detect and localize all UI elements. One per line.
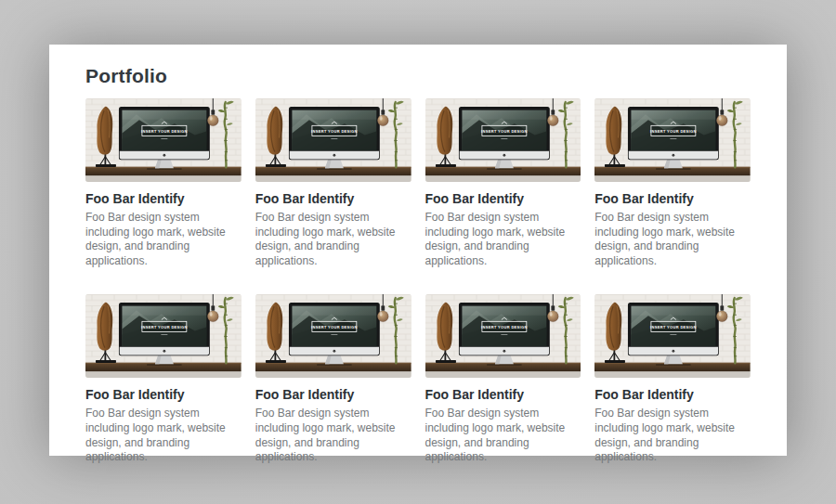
portfolio-item[interactable]: Foo Bar Identify Foo Bar design system i…: [255, 294, 411, 464]
imac-mockup-image[interactable]: [255, 98, 411, 182]
imac-mockup-image[interactable]: [594, 98, 751, 182]
portfolio-item-description: Foo Bar design system including logo mar…: [255, 211, 411, 268]
imac-mockup-image[interactable]: [594, 294, 751, 378]
portfolio-item-title: Foo Bar Identify: [425, 190, 581, 207]
portfolio-item[interactable]: Foo Bar Identify Foo Bar design system i…: [425, 98, 581, 268]
imac-mockup-image[interactable]: [85, 98, 242, 182]
portfolio-item[interactable]: Foo Bar Identify Foo Bar design system i…: [85, 98, 242, 268]
portfolio-item[interactable]: Foo Bar Identify Foo Bar design system i…: [594, 98, 751, 268]
portfolio-item[interactable]: Foo Bar Identify Foo Bar design system i…: [594, 294, 751, 464]
portfolio-item-title: Foo Bar Identify: [255, 386, 411, 403]
portfolio-item-description: Foo Bar design system including logo mar…: [255, 407, 411, 464]
portfolio-item-title: Foo Bar Identify: [85, 190, 242, 207]
portfolio-item-title: Foo Bar Identify: [255, 190, 411, 207]
portfolio-item-description: Foo Bar design system including logo mar…: [85, 211, 242, 268]
content-card: Portfolio Foo Bar Identify Foo Bar desig…: [49, 45, 787, 456]
portfolio-item-description: Foo Bar design system including logo mar…: [594, 211, 751, 268]
portfolio-grid: Foo Bar Identify Foo Bar design system i…: [85, 98, 751, 465]
imac-mockup-image[interactable]: [425, 294, 581, 378]
portfolio-item-title: Foo Bar Identify: [594, 190, 751, 207]
portfolio-item-description: Foo Bar design system including logo mar…: [85, 407, 242, 464]
imac-mockup-image[interactable]: [85, 294, 242, 378]
portfolio-item[interactable]: Foo Bar Identify Foo Bar design system i…: [85, 294, 242, 464]
portfolio-item-description: Foo Bar design system including logo mar…: [594, 407, 751, 464]
portfolio-item-title: Foo Bar Identify: [594, 386, 751, 403]
portfolio-item[interactable]: Foo Bar Identify Foo Bar design system i…: [255, 98, 411, 268]
imac-mockup-image[interactable]: [255, 294, 411, 378]
portfolio-item-title: Foo Bar Identify: [425, 386, 581, 403]
page-title: Portfolio: [85, 65, 751, 87]
page-background: { "page": { "title": "Portfolio" }, "moc…: [0, 0, 836, 504]
portfolio-item-title: Foo Bar Identify: [85, 386, 242, 403]
portfolio-item[interactable]: Foo Bar Identify Foo Bar design system i…: [425, 294, 581, 464]
portfolio-item-description: Foo Bar design system including logo mar…: [425, 407, 581, 464]
imac-mockup-image[interactable]: [425, 98, 581, 182]
portfolio-item-description: Foo Bar design system including logo mar…: [425, 211, 581, 268]
